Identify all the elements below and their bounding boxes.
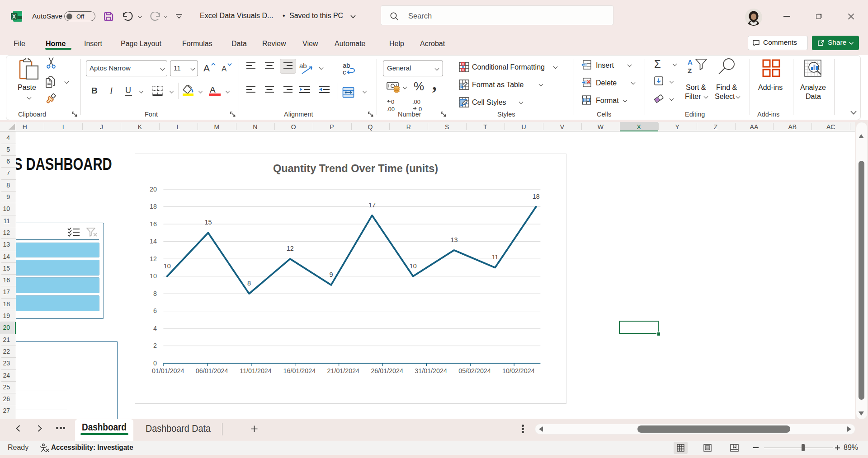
svg-text:.00: .00 — [387, 106, 395, 112]
svg-text:2: 2 — [153, 342, 157, 349]
svg-text:31/01/2024: 31/01/2024 — [415, 367, 447, 374]
svg-text:0: 0 — [391, 98, 394, 105]
svg-text:15: 15 — [204, 219, 212, 226]
svg-text:21/01/2024: 21/01/2024 — [327, 367, 360, 374]
svg-text:.00: .00 — [412, 98, 420, 105]
svg-text:01/01/2024: 01/01/2024 — [152, 367, 184, 374]
svg-text:A: A — [688, 58, 693, 66]
svg-text:4: 4 — [153, 325, 157, 332]
svg-text:20: 20 — [150, 186, 157, 193]
svg-text:12: 12 — [150, 255, 157, 262]
svg-text:12: 12 — [287, 245, 294, 252]
svg-text:X: X — [12, 14, 16, 20]
svg-text:11: 11 — [492, 254, 499, 261]
svg-text:ab: ab — [299, 62, 307, 70]
svg-text:10: 10 — [164, 262, 171, 270]
svg-text:13: 13 — [450, 236, 458, 243]
svg-text:18: 18 — [533, 193, 540, 200]
svg-text:26/01/2024: 26/01/2024 — [371, 367, 403, 374]
svg-text:17: 17 — [368, 201, 376, 209]
svg-text:6: 6 — [153, 307, 157, 314]
svg-text:8: 8 — [153, 290, 157, 297]
svg-text:Z: Z — [688, 67, 692, 75]
svg-text:16/01/2024: 16/01/2024 — [283, 367, 316, 374]
svg-text:c: c — [343, 68, 346, 75]
svg-text:11/01/2024: 11/01/2024 — [240, 367, 272, 374]
svg-text:14: 14 — [150, 238, 157, 245]
svg-text:10/02/2024: 10/02/2024 — [502, 367, 535, 374]
svg-text:10: 10 — [410, 262, 417, 270]
svg-text:16: 16 — [150, 220, 157, 228]
svg-text:18: 18 — [150, 203, 157, 210]
svg-text:9: 9 — [329, 271, 333, 278]
svg-text:06/01/2024: 06/01/2024 — [196, 367, 228, 374]
svg-text:10: 10 — [150, 272, 157, 280]
svg-text:0: 0 — [153, 360, 157, 367]
svg-text:05/02/2024: 05/02/2024 — [458, 367, 491, 374]
svg-text:8: 8 — [247, 280, 251, 287]
